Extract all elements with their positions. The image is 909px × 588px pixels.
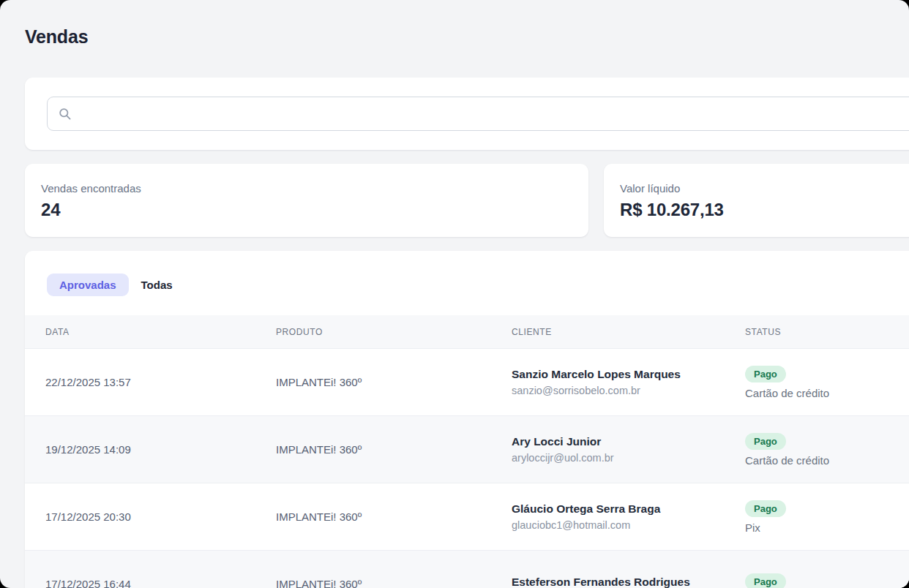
client-email: glauciobc1@hotmail.com	[512, 519, 745, 531]
stat-value: 24	[41, 200, 572, 220]
sales-table-card: Aprovadas Todas Data Produto Cliente Sta…	[25, 251, 909, 588]
search-card	[25, 78, 909, 150]
column-header-status: Status	[745, 327, 909, 337]
sale-client: Sanzio Marcelo Lopes Marques sanzio@sorr…	[512, 368, 745, 396]
table-row[interactable]: 17/12/2025 20:30 IMPLANTEi! 360º Gláucio…	[25, 483, 909, 550]
page-title: Vendas	[25, 26, 909, 48]
column-header-produto: Produto	[276, 327, 512, 337]
status-badge: Pago	[745, 433, 786, 450]
table-row[interactable]: 19/12/2025 14:09 IMPLANTEi! 360º Ary Loc…	[25, 415, 909, 483]
table-body: 22/12/2025 13:57 IMPLANTEi! 360º Sanzio …	[25, 348, 909, 588]
column-header-data: Data	[45, 327, 276, 337]
client-name: Ary Locci Junior	[512, 435, 745, 448]
sale-product: IMPLANTEi! 360º	[276, 376, 512, 388]
sale-date: 17/12/2025 20:30	[45, 510, 276, 523]
client-name: Gláucio Ortega Serra Braga	[512, 502, 745, 516]
status-badge: Pago	[745, 500, 786, 517]
client-name: Esteferson Fernandes Rodrigues	[512, 576, 745, 588]
stat-value: R$ 10.267,13	[620, 200, 909, 220]
sale-status: Pago Cartão de crédito	[745, 366, 909, 399]
status-tabs: Aprovadas Todas	[25, 251, 909, 315]
search-box[interactable]	[47, 97, 909, 131]
search-icon	[58, 107, 72, 121]
stats-row: Vendas encontradas 24 Valor líquido R$ 1…	[25, 164, 909, 237]
payment-method: Cartão de crédito	[745, 454, 909, 467]
sale-client: Gláucio Ortega Serra Braga glauciobc1@ho…	[512, 502, 745, 531]
stat-card-net-value: Valor líquido R$ 10.267,13	[604, 164, 909, 237]
tab-todas[interactable]: Todas	[129, 274, 185, 296]
status-badge: Pago	[745, 573, 786, 588]
sale-product: IMPLANTEi! 360º	[276, 578, 512, 588]
stat-card-sales-found: Vendas encontradas 24	[25, 164, 588, 237]
sale-product: IMPLANTEi! 360º	[276, 510, 512, 523]
sale-client: Ary Locci Junior aryloccijr@uol.com.br	[512, 435, 745, 464]
stat-label: Vendas encontradas	[41, 182, 572, 195]
column-header-cliente: Cliente	[512, 327, 745, 337]
sale-status: Pago	[745, 573, 909, 588]
table-row[interactable]: 22/12/2025 13:57 IMPLANTEi! 360º Sanzio …	[25, 348, 909, 415]
client-email: sanzio@sorrisobelo.com.br	[512, 385, 745, 396]
sale-status: Pago Pix	[745, 500, 909, 534]
sale-client: Esteferson Fernandes Rodrigues	[512, 576, 745, 588]
payment-method: Cartão de crédito	[745, 387, 909, 399]
sale-date: 22/12/2025 13:57	[45, 376, 276, 388]
sale-product: IMPLANTEi! 360º	[276, 443, 512, 456]
client-name: Sanzio Marcelo Lopes Marques	[512, 368, 745, 381]
sale-date: 19/12/2025 14:09	[45, 443, 276, 456]
payment-method: Pix	[745, 521, 909, 534]
sale-status: Pago Cartão de crédito	[745, 433, 909, 467]
search-input[interactable]	[79, 97, 909, 130]
sale-date: 17/12/2025 16:44	[45, 578, 276, 588]
sales-page: Vendas Vendas encontradas 24 Valor líqui…	[0, 0, 909, 588]
table-header-row: Data Produto Cliente Status	[25, 315, 909, 348]
client-email: aryloccijr@uol.com.br	[512, 452, 745, 464]
stat-label: Valor líquido	[620, 182, 909, 195]
tab-aprovadas[interactable]: Aprovadas	[47, 274, 129, 296]
table-row[interactable]: 17/12/2025 16:44 IMPLANTEi! 360º Estefer…	[25, 550, 909, 588]
status-badge: Pago	[745, 366, 786, 382]
